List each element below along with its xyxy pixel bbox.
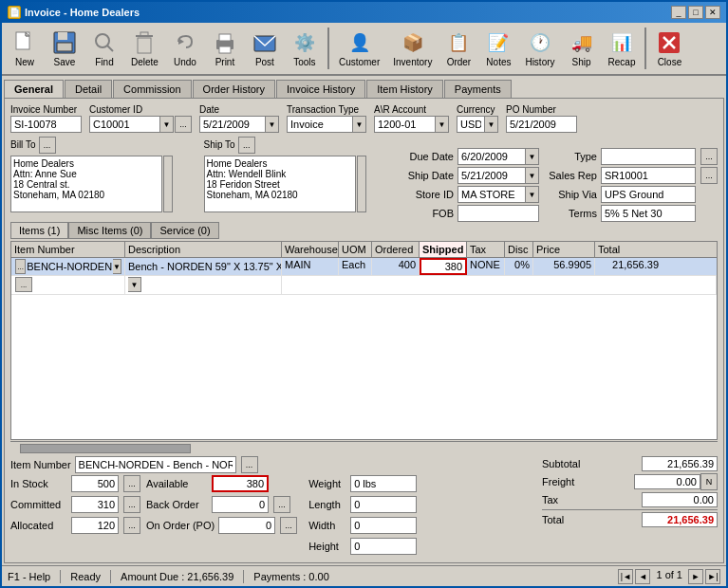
committed-btn[interactable]: ... [123,496,140,513]
due-date-dropdown[interactable]: ▼ [526,148,539,165]
length-input[interactable] [350,496,417,513]
tab-item-history[interactable]: Item History [366,80,443,98]
hscrollbar-thumb[interactable] [20,444,191,453]
item-number-dots-btn[interactable]: ... [241,456,258,473]
committed-input[interactable] [71,496,119,513]
sales-rep-btn[interactable]: ... [700,167,718,184]
toolbar-order-label: Order [447,57,472,67]
type-btn[interactable]: ... [700,148,718,165]
bill-to-textarea[interactable]: Home Dealers Attn: Anne Sue 18 Central s… [10,156,162,212]
tab-commission[interactable]: Commission [113,80,192,98]
nav-prev-btn[interactable]: ◄ [635,569,650,584]
fob-input[interactable] [457,205,539,222]
back-order-btn[interactable]: ... [273,496,290,513]
height-input[interactable] [350,538,417,555]
bill-to-scrollbar[interactable] [163,156,173,212]
on-order-input[interactable] [218,517,275,534]
toolbar-tools[interactable]: ⚙️ Tools [286,28,324,69]
nav-last-btn[interactable]: ►| [705,569,720,584]
weight-input[interactable] [350,475,417,492]
toolbar-close[interactable]: Close [650,28,688,69]
toolbar-recap[interactable]: 📊 Recap [603,28,642,69]
cell-tax: NONE [467,258,505,275]
due-date-input[interactable] [457,148,526,165]
customer-id-dropdown[interactable]: ▼ [160,116,174,133]
type-input[interactable] [601,148,696,165]
transaction-type-input[interactable] [287,116,353,133]
po-number-label: PO Number [506,104,577,115]
store-id-dropdown[interactable]: ▼ [526,186,539,203]
toolbar-customer[interactable]: 👤 Customer [333,28,385,69]
date-input[interactable] [199,116,266,133]
allocated-btn[interactable]: ... [123,517,140,534]
toolbar-post[interactable]: Post [246,28,284,69]
tab-general[interactable]: General [4,80,64,98]
col-disc: Disc [505,242,533,257]
tab-payments[interactable]: Payments [444,80,512,98]
customer-id-btn[interactable]: ... [175,116,192,133]
toolbar-history[interactable]: 🕐 History [519,28,560,69]
ship-to-textarea[interactable]: Home Dealers Attn: Wendell Blink 18 Feri… [204,156,356,212]
nav-next-btn[interactable]: ► [688,569,703,584]
inner-tab-misc[interactable]: Misc Items (0) [68,222,151,239]
store-id-input[interactable] [457,186,526,203]
tab-detail[interactable]: Detail [65,80,112,98]
back-order-input[interactable] [212,496,269,513]
toolbar-order[interactable]: 📋 Order [439,28,477,69]
invoice-number-input[interactable] [10,116,82,133]
terms-input[interactable] [601,205,696,222]
sales-rep-input[interactable] [601,167,696,184]
nav-first-btn[interactable]: |◄ [618,569,633,584]
tab-order-history[interactable]: Order History [193,80,275,98]
toolbar-notes[interactable]: 📝 Notes [479,28,517,69]
table-row[interactable]: ... BENCH-NORDEN ▼ Bench - NORDEN 59" X … [11,258,717,276]
svg-rect-5 [58,32,67,40]
date-dropdown[interactable]: ▼ [266,116,279,133]
in-stock-btn[interactable]: ... [123,475,140,492]
freight-value[interactable] [634,474,700,489]
ar-account-dropdown[interactable]: ▼ [436,116,449,133]
ar-account-input[interactable] [374,116,436,133]
on-order-btn[interactable]: ... [280,517,297,534]
maximize-button[interactable]: □ [688,6,703,19]
available-input[interactable] [212,475,269,492]
item-dots-btn[interactable]: ... [15,259,26,274]
ship-to-btn[interactable]: ... [238,137,255,154]
toolbar-find[interactable]: Find [85,28,123,69]
toolbar-separator-2 [644,28,646,69]
transaction-type-dropdown[interactable]: ▼ [353,116,366,133]
ship-date-dropdown[interactable]: ▼ [526,167,539,184]
empty-dropdown[interactable]: ▼ [128,277,141,292]
allocated-input[interactable] [71,517,119,534]
ship-to-scrollbar[interactable] [357,156,366,212]
bill-to-btn[interactable]: ... [39,137,56,154]
save-icon [51,29,78,56]
toolbar-ship[interactable]: 🚚 Ship [563,28,601,69]
customer-id-input[interactable] [89,116,160,133]
currency-input[interactable] [457,116,485,133]
freight-type-btn[interactable]: N [700,473,718,490]
help-text: F1 - Help [8,571,50,582]
close-window-button[interactable]: ✕ [705,6,720,19]
toolbar-inventory[interactable]: 📦 Inventory [387,28,438,69]
tab-invoice-history[interactable]: Invoice History [276,80,365,98]
item-number-input[interactable] [75,456,236,473]
toolbar-print[interactable]: Print [206,28,244,69]
inner-tab-service[interactable]: Service (0) [151,222,218,239]
grid-hscrollbar[interactable] [10,441,718,454]
width-input[interactable] [350,517,417,534]
toolbar-new[interactable]: New [6,28,44,69]
toolbar-undo[interactable]: Undo [166,28,204,69]
cell-shipped[interactable]: 380 [420,258,467,275]
currency-dropdown[interactable]: ▼ [485,116,498,133]
ship-via-input[interactable] [601,186,696,203]
minimize-button[interactable]: _ [671,6,686,19]
toolbar-delete[interactable]: Delete [125,28,164,69]
inner-tab-items[interactable]: Items (1) [10,222,68,239]
in-stock-input[interactable] [71,475,119,492]
item-dropdown[interactable]: ▼ [113,259,121,274]
po-number-input[interactable] [506,116,577,133]
empty-dots-btn[interactable]: ... [15,277,32,292]
toolbar-save[interactable]: Save [46,28,84,69]
ship-date-input[interactable] [457,167,526,184]
